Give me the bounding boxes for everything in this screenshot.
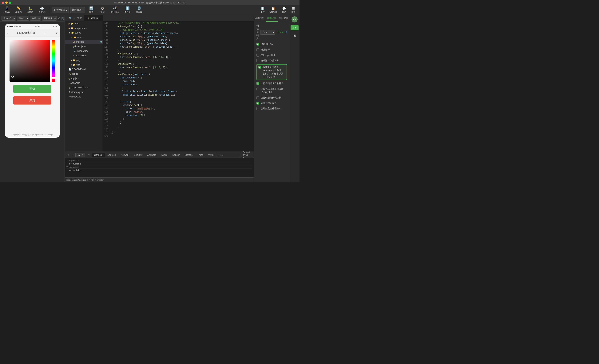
color-picker[interactable]	[9, 40, 55, 82]
back-btn[interactable]: ⬇️ 切后台	[123, 6, 132, 15]
cb-es6[interactable]	[256, 43, 259, 45]
debugger-btn[interactable]: 🐛 调试器	[25, 6, 35, 15]
console-content: ✕ Expression not available ✕ Expression …	[65, 158, 254, 177]
tab-appdata[interactable]: AppData	[145, 153, 159, 157]
code-editor[interactable]: 110 }, //选择改色时触发（在左侧色盘触摸或者切换右侧色相条） 111 o…	[103, 21, 254, 152]
close-tab-icon[interactable]: ✕	[99, 17, 100, 19]
color-hue-bar[interactable]	[52, 40, 55, 82]
upload-btn[interactable]: ⬆️ 上传	[258, 6, 267, 14]
real-device-btn[interactable]: 📲 真机调试	[109, 6, 121, 15]
search-icon[interactable]: 🔍	[69, 17, 72, 20]
tree-item-appjs[interactable]: JS app.js	[65, 72, 103, 76]
mode-dropdown[interactable]: 小程序模式 ▾	[52, 7, 69, 13]
rotate-icon[interactable]: ⟲	[58, 16, 60, 21]
turn-off-button[interactable]: 关灯	[13, 96, 51, 104]
code-line: 130 if (this.data.client && this.data.cl…	[103, 90, 254, 93]
preview-btn[interactable]: 👁️ 预览	[98, 6, 107, 15]
minimize-button[interactable]	[5, 1, 8, 4]
top-console-icon[interactable]: ⊤	[71, 153, 75, 157]
community-btn[interactable]: 💬 社区	[280, 6, 288, 14]
tree-item-png[interactable]: ▶ 📁 png	[65, 58, 103, 62]
close-button[interactable]	[2, 1, 4, 4]
tree-item-appjson[interactable]: {} app.json	[65, 76, 103, 81]
network-select[interactable]: WiFi	[30, 16, 41, 21]
settings-panel: 基本信息 本地设置 项目配置 调试基础库 2.8.2 85.56% ?	[254, 15, 290, 182]
tree-item-appwxss[interactable]: ≈ app.wxss	[65, 81, 103, 85]
editor-tab-indexjs[interactable]: JS index.js ✕	[84, 15, 103, 21]
tab-console[interactable]: Console	[92, 153, 105, 157]
zoom-select[interactable]: 100%	[17, 16, 29, 21]
new-file-icon[interactable]: +	[66, 17, 68, 20]
detail-btn[interactable]: ☰ 详情	[289, 6, 298, 14]
tree-item-readme[interactable]: 📄 README.md	[65, 67, 103, 72]
editor-label: 编辑器	[15, 11, 22, 14]
code-line: 128 data: data,	[103, 83, 254, 87]
option-uglify: 上传代码自动压缩混淆（UglifyJs）	[256, 87, 287, 94]
settings-tab-local[interactable]: 本地设置	[266, 15, 278, 22]
tab-audits[interactable]: Audits	[159, 153, 170, 157]
tree-item-idea[interactable]: ▶ 📁 .idea	[65, 21, 103, 26]
tab-sensor[interactable]: Sensor	[170, 153, 182, 157]
nav-menu-icon[interactable]: ···	[44, 32, 46, 34]
status-size: 5.4 KB	[87, 179, 94, 181]
code-line: 111 onChangeColor(e) {	[103, 25, 254, 28]
console-value-2: get available	[66, 169, 252, 172]
clear-btn[interactable]: 🗑️ 清缓存	[134, 6, 144, 15]
context-select[interactable]: top	[75, 153, 85, 157]
tree-item-index[interactable]: ▼ 📁 index	[65, 35, 103, 40]
tree-item-weuiwxss[interactable]: ≈ weui.wxss	[65, 95, 103, 99]
settings-tab-project[interactable]: 项目配置	[278, 15, 290, 22]
json-icon: {}	[73, 45, 74, 48]
color-gradient[interactable]	[9, 40, 50, 82]
simulator-btn[interactable]: 📱 模拟器	[2, 6, 12, 15]
cb-custom[interactable]	[256, 107, 259, 110]
tree-item-indexjs[interactable]: JS index.js	[65, 40, 103, 44]
cb-uglify[interactable]	[256, 87, 259, 90]
tree-item-indexjson[interactable]: {} index.json	[65, 44, 103, 49]
cb-domain[interactable]	[258, 66, 261, 69]
screenshot-icon[interactable]: 📷	[61, 16, 65, 21]
clear-console-icon[interactable]: ⊘	[66, 153, 70, 157]
tab-wxml[interactable]: Wxml	[206, 153, 216, 157]
cb-enhance[interactable]	[256, 48, 259, 51]
tab-security[interactable]: Security	[132, 153, 144, 157]
tree-item-components[interactable]: ▶ 📁 components	[65, 26, 103, 30]
back-label: 切后台	[124, 11, 131, 14]
settings-tab-basic[interactable]: 基本信息	[254, 15, 266, 22]
tree-item-pages[interactable]: ▼ 📁 pages	[65, 30, 103, 35]
tree-item-indexwxml[interactable]: </> index.wxml	[65, 49, 103, 53]
cb-autorun[interactable]	[256, 59, 259, 62]
dots-icon[interactable]: ···	[73, 17, 76, 20]
debug-base-select[interactable]: 2.8.2	[260, 30, 275, 35]
cb-multicore[interactable]	[256, 102, 259, 104]
nav-back-icon[interactable]: ‹	[7, 32, 8, 34]
turn-on-button[interactable]: 开灯	[13, 85, 51, 93]
tab-trace[interactable]: Trace	[195, 153, 206, 157]
eye-icon[interactable]: 👁	[87, 153, 91, 157]
cb-protect[interactable]	[256, 96, 259, 99]
cb-npm[interactable]	[256, 54, 259, 57]
cloud-btn[interactable]: ☁️ 云开发	[37, 6, 47, 15]
tree-item-utils[interactable]: ▶ 📁 utils	[65, 62, 103, 67]
layout-icon[interactable]: ⊟	[80, 17, 82, 20]
version-btn[interactable]: 📋 版本管理	[267, 6, 279, 14]
cb-codestyle[interactable]	[256, 82, 259, 85]
maximize-button[interactable]	[9, 1, 11, 4]
tree-item-projectconfig[interactable]: {} project.config.json	[65, 85, 103, 90]
tab-storage[interactable]: Storage	[182, 153, 195, 157]
option-protect-label: 上传时进行代码保护	[261, 96, 281, 99]
split-icon[interactable]: ⊞	[77, 17, 79, 20]
editor-btn[interactable]: ✏️ 编辑器	[14, 6, 24, 15]
tree-item-indexwxss[interactable]: ≈ index.wxss	[65, 53, 103, 58]
tab-sources[interactable]: Sources	[105, 153, 118, 157]
device-select[interactable]: Phone 7	[1, 16, 16, 21]
console-filter[interactable]	[217, 153, 240, 157]
compile-dropdown[interactable]: 普通编译 ▾	[70, 7, 85, 13]
nav-circle-icon[interactable]: ◉	[55, 32, 57, 34]
tab-network[interactable]: Network	[118, 153, 131, 157]
operation-select[interactable]: 模拟操作	[42, 16, 57, 21]
translate-btn[interactable]: 🔄 翻译	[87, 6, 96, 15]
publish-button[interactable]: 发布	[291, 25, 299, 30]
help-icon[interactable]: ?	[285, 31, 287, 34]
tree-item-sitemap[interactable]: {} sitemap.json	[65, 90, 103, 95]
